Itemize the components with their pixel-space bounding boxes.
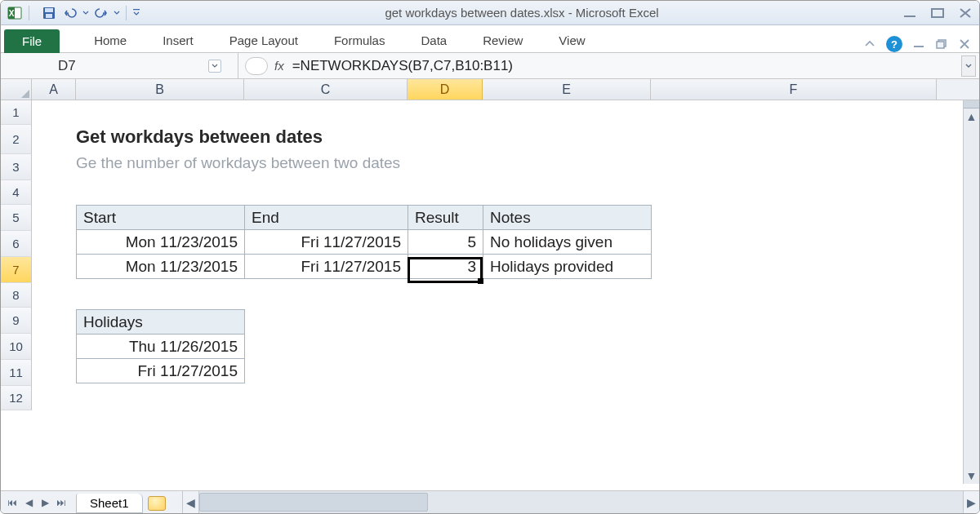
sheet-nav-prev[interactable]: ◀ [22,495,35,510]
row-header-5[interactable]: 5 [1,205,32,231]
formula-input[interactable]: =NETWORKDAYS(B7,C7,B10:B11) [292,58,513,74]
sheet-nav-last[interactable]: ⏭ [55,495,68,510]
file-tab[interactable]: File [4,29,60,53]
cell-result[interactable]: 5 [408,230,483,255]
row-header-7[interactable]: 7 [1,257,32,283]
table-row: Mon 11/23/2015 Fri 11/27/2015 3 Holidays… [77,255,652,279]
th-start[interactable]: Start [77,206,245,230]
tab-page-layout[interactable]: Page Layout [212,29,316,52]
hscroll-track[interactable] [199,491,963,513]
tab-review[interactable]: Review [465,29,541,52]
minimize-button[interactable] [902,7,917,19]
svg-text:X: X [9,9,15,18]
tab-formulas[interactable]: Formulas [316,29,403,52]
tab-insert[interactable]: Insert [145,29,212,52]
name-box[interactable]: D7 [58,58,76,74]
maximize-button[interactable] [930,7,945,19]
col-header-c[interactable]: C [244,79,408,100]
cell-end[interactable]: Fri 11/27/2015 [245,230,408,255]
scroll-left-icon[interactable]: ◀ [183,491,199,513]
save-button[interactable] [39,4,59,22]
column-headers: A B C D E F [1,79,979,100]
svg-rect-4 [45,8,53,12]
svg-rect-5 [46,14,52,18]
vertical-scrollbar[interactable]: ▲ ▼ [963,100,979,484]
sheet-nav-first[interactable]: ⏮ [6,495,19,510]
row-header-4[interactable]: 4 [1,180,32,205]
row-header-6[interactable]: 6 [1,231,32,257]
split-handle[interactable] [964,100,980,109]
cell-notes[interactable]: No holidays given [483,230,652,255]
scroll-down-icon[interactable]: ▼ [964,467,979,484]
tab-view[interactable]: View [541,29,603,52]
cell-result[interactable]: 3 [408,255,483,279]
svg-rect-11 [937,42,944,48]
redo-dropdown[interactable] [113,4,121,22]
workdays-table: Start End Result Notes Mon 11/23/2015 Fr… [76,205,652,279]
close-button[interactable] [958,7,973,19]
workbook-close-icon[interactable] [958,38,971,50]
cell-start[interactable]: Mon 11/23/2015 [77,255,245,279]
name-box-dropdown[interactable] [208,60,221,73]
sheet-nav-next[interactable]: ▶ [38,495,51,510]
vscroll-track[interactable] [964,125,979,467]
tab-data[interactable]: Data [403,29,465,52]
fill-handle[interactable] [478,278,483,284]
window-controls [902,7,973,19]
qat-separator [29,6,29,20]
cell-start[interactable]: Mon 11/23/2015 [77,230,245,255]
row-header-1[interactable]: 1 [1,100,32,125]
th-end[interactable]: End [245,206,408,230]
qat-customize-dropdown[interactable] [131,4,141,22]
qat-separator [126,6,127,20]
workbook-restore-icon[interactable] [935,38,948,50]
formula-bar-expand[interactable] [961,55,976,77]
undo-dropdown[interactable] [82,4,90,22]
svg-rect-8 [932,9,943,17]
help-icon[interactable]: ? [886,36,902,52]
col-header-e[interactable]: E [483,79,651,100]
svg-rect-9 [914,46,924,47]
cell-holiday[interactable]: Thu 11/26/2015 [77,335,245,359]
cancel-enter-area [245,57,268,75]
workbook-minimize-icon[interactable] [912,39,925,49]
status-sheet-bar: ⏮ ◀ ▶ ⏭ Sheet1 ◀ ▶ [1,490,979,513]
redo-button[interactable] [91,4,111,22]
row-header-10[interactable]: 10 [1,334,32,360]
cells-area[interactable]: Get workdays between dates Ge the number… [32,100,963,484]
row-header-8[interactable]: 8 [1,283,32,308]
ribbon-minimize-icon[interactable] [863,38,876,50]
col-header-f[interactable]: F [651,79,937,100]
row-header-3[interactable]: 3 [1,154,32,180]
scroll-up-icon[interactable]: ▲ [964,109,979,125]
holidays-table: Holidays Thu 11/26/2015 Fri 11/27/2015 [76,309,245,383]
col-header-d[interactable]: D [408,79,483,100]
row-header-12[interactable]: 12 [1,386,32,410]
row-header-9[interactable]: 9 [1,308,32,334]
new-sheet-button[interactable] [148,496,166,511]
window-title: get workdays between dates.xlsx - Micros… [146,6,898,20]
undo-button[interactable] [60,4,80,22]
tab-home[interactable]: Home [76,29,145,52]
row-header-2[interactable]: 2 [1,125,32,154]
th-notes[interactable]: Notes [483,206,652,230]
cell-holiday[interactable]: Fri 11/27/2015 [77,359,245,383]
sheet-tab[interactable]: Sheet1 [76,494,143,513]
row-header-11[interactable]: 11 [1,360,32,386]
th-holidays[interactable]: Holidays [77,310,245,335]
horizontal-scrollbar[interactable]: ◀ ▶ [182,491,979,513]
hscroll-thumb[interactable] [199,493,429,512]
select-all-corner[interactable] [1,79,32,100]
col-header-a[interactable]: A [32,79,76,100]
quick-access-toolbar [39,4,141,22]
cell-end[interactable]: Fri 11/27/2015 [245,255,408,279]
cell-notes[interactable]: Holidays provided [483,255,652,279]
svg-rect-6 [133,9,140,10]
sheet-title: Get workdays between dates [76,126,323,148]
col-header-b[interactable]: B [76,79,244,100]
formula-bar: D7 fx =NETWORKDAYS(B7,C7,B10:B11) [1,53,979,79]
scroll-right-icon[interactable]: ▶ [963,491,979,513]
sheet-nav: ⏮ ◀ ▶ ⏭ [1,491,68,513]
th-result[interactable]: Result [408,206,483,230]
fx-icon[interactable]: fx [274,59,284,73]
